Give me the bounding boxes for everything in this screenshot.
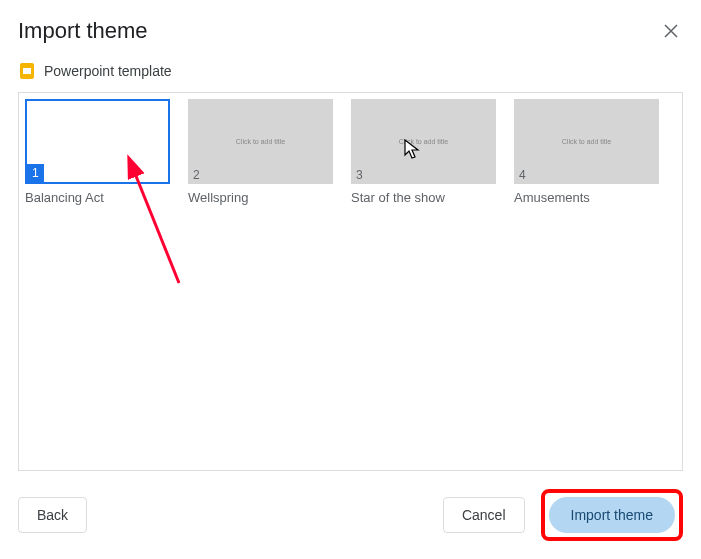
theme-number-badge: 3 xyxy=(351,166,368,184)
back-button[interactable]: Back xyxy=(18,497,87,533)
theme-item-3[interactable]: Click to add title 3 Star of the show xyxy=(351,99,496,205)
theme-number-badge: 1 xyxy=(27,164,44,182)
themes-container: 1 Balancing Act Click to add title 2 Wel… xyxy=(18,92,683,471)
theme-thumbnail: 1 xyxy=(25,99,170,184)
cancel-button[interactable]: Cancel xyxy=(443,497,525,533)
theme-name-label: Balancing Act xyxy=(25,190,170,205)
thumb-placeholder-text: Click to add title xyxy=(399,138,448,145)
theme-name-label: Star of the show xyxy=(351,190,496,205)
theme-number-badge: 2 xyxy=(188,166,205,184)
theme-name-label: Wellspring xyxy=(188,190,333,205)
dialog-header: Import theme xyxy=(18,18,683,62)
dialog-title: Import theme xyxy=(18,18,148,44)
theme-number-badge: 4 xyxy=(514,166,531,184)
thumb-placeholder-text: Click to add title xyxy=(236,138,285,145)
themes-grid: 1 Balancing Act Click to add title 2 Wel… xyxy=(25,99,676,205)
theme-thumbnail: Click to add title 3 xyxy=(351,99,496,184)
close-icon[interactable] xyxy=(659,19,683,43)
theme-thumbnail: Click to add title 4 xyxy=(514,99,659,184)
annotation-highlight: Import theme xyxy=(541,489,683,541)
theme-item-1[interactable]: 1 Balancing Act xyxy=(25,99,170,205)
theme-thumbnail: Click to add title 2 xyxy=(188,99,333,184)
source-file-row: Powerpoint template xyxy=(18,62,683,92)
slides-file-icon xyxy=(18,62,36,80)
theme-name-label: Amusements xyxy=(514,190,659,205)
footer-actions: Cancel Import theme xyxy=(443,489,683,541)
theme-item-2[interactable]: Click to add title 2 Wellspring xyxy=(188,99,333,205)
source-filename: Powerpoint template xyxy=(44,63,172,79)
thumb-placeholder-text: Click to add title xyxy=(562,138,611,145)
import-theme-button[interactable]: Import theme xyxy=(549,497,675,533)
import-theme-dialog: Import theme Powerpoint template 1 Balan… xyxy=(0,0,701,559)
dialog-footer: Back Cancel Import theme xyxy=(18,471,683,559)
theme-item-4[interactable]: Click to add title 4 Amusements xyxy=(514,99,659,205)
svg-rect-1 xyxy=(23,68,31,74)
